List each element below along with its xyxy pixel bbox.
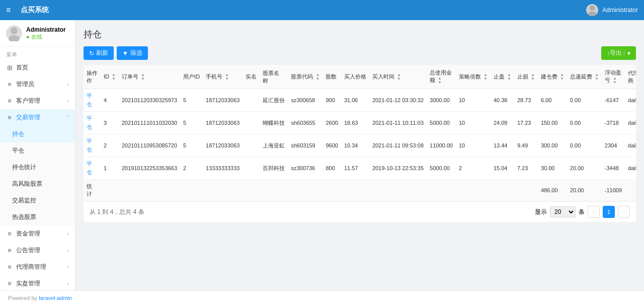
data-table: 操作作 ID ▲▼ 订单号 ▲▼ 用户ID 手机号 ▲▼ 实名 股票名称 股票代…	[84, 65, 636, 222]
sidebar-item-holding-stats[interactable]: 持仓统计	[0, 159, 75, 176]
ping-link[interactable]: 平	[87, 137, 98, 145]
per-page-suffix: 条	[579, 208, 585, 216]
row-take-profit: 24.09	[491, 112, 514, 134]
sidebar-item-holding[interactable]: 持仓	[0, 126, 75, 142]
page-title: 持仓	[84, 28, 636, 40]
row-buy-price: 11.57	[341, 157, 369, 180]
footer: Powered by laravel-admin	[0, 290, 644, 305]
row-stock-code: sh603655	[288, 112, 323, 134]
footer-float-pnl: -11009	[602, 180, 625, 201]
row-total-amount: 3000.00	[427, 89, 456, 112]
table-row: 平 仓 4 202101120330325973 5 18712033063 延…	[84, 89, 636, 112]
export-button[interactable]: ↑ 导出 ▾	[601, 46, 636, 60]
row-stop-loss: 9.49	[514, 134, 538, 157]
sidebar-item-diskpan[interactable]: ≡ 实盘管理 ›	[0, 275, 75, 290]
row-agent: daili	[625, 112, 636, 134]
sidebar-item-funds[interactable]: ≡ 资金管理 ›	[0, 225, 75, 242]
row-leverage: 10	[456, 134, 491, 157]
sidebar-item-label: 资金管理	[16, 230, 40, 238]
row-action: 平 仓	[84, 89, 101, 112]
export-dropdown-icon[interactable]: ▾	[624, 50, 630, 57]
sidebar-item-high-risk[interactable]: 高风险股票	[0, 176, 75, 192]
row-action: 平 仓	[84, 134, 101, 157]
row-action: 平 仓	[84, 157, 101, 180]
customer-icon: ≡	[6, 97, 13, 105]
sidebar-item-label: 高风险股票	[12, 180, 42, 188]
row-id: 3	[101, 112, 119, 134]
col-phone[interactable]: 手机号 ▲▼	[203, 65, 243, 89]
sidebar-item-label: 交易监控	[12, 196, 36, 205]
row-real-name	[243, 134, 260, 157]
chevron-right-icon: ›	[67, 248, 69, 253]
col-buy-price: 买入价格	[341, 65, 369, 89]
sidebar-item-trade[interactable]: ≡ 交易管理 ˅	[0, 109, 75, 126]
row-id: 1	[101, 157, 119, 180]
sidebar-item-label: 首页	[16, 63, 28, 72]
diskpan-icon: ≡	[6, 280, 13, 287]
row-buy-time: 2021-01-11 10:11:03	[369, 112, 427, 134]
row-order-no: 202101110953085720	[119, 134, 180, 157]
row-id: 2	[101, 134, 119, 157]
row-stock-code: sz300736	[288, 157, 323, 180]
chevron-down-icon: ˅	[66, 115, 69, 120]
filter-icon: ▼	[122, 50, 128, 57]
row-stock-code: sz300658	[288, 89, 323, 112]
row-phone: 18712033063	[203, 112, 243, 134]
row-stop-loss: 28.73	[514, 89, 538, 112]
topbar-right: Administrator	[586, 4, 638, 16]
row-shares: 900	[323, 89, 341, 112]
home-icon: ⊞	[6, 64, 13, 71]
sidebar-item-hot-stocks[interactable]: 热选股票	[0, 209, 75, 225]
sidebar-item-agent[interactable]: ≡ 代理商管理 ›	[0, 259, 75, 275]
col-user-id[interactable]: 用户ID	[180, 65, 203, 89]
menu-toggle-icon[interactable]: ≡	[6, 6, 11, 15]
sidebar-item-pingcang[interactable]: 平仓	[0, 142, 75, 159]
row-phone: 13333333333	[203, 157, 243, 180]
row-user-id: 5	[180, 89, 203, 112]
row-leverage: 10	[456, 112, 491, 134]
row-real-name	[243, 89, 260, 112]
sidebar-item-home[interactable]: ⊞ 首页	[0, 59, 75, 76]
row-buy-time: 2021-01-11 09:53:08	[369, 134, 427, 157]
sidebar-item-announcement[interactable]: ≡ 公告管理 ›	[0, 242, 75, 259]
cang-link[interactable]: 仓	[87, 101, 98, 108]
row-agent: daili	[625, 157, 636, 180]
filter-button[interactable]: ▼ 筛选	[117, 46, 148, 60]
sidebar-item-customer[interactable]: ≡ 客户管理 ›	[0, 93, 75, 109]
col-buy-time[interactable]: 买入时间 ▲▼	[369, 65, 427, 89]
col-agent: 代理商	[625, 65, 636, 89]
cang-link[interactable]: 仓	[87, 169, 98, 176]
table-header-row: 操作作 ID ▲▼ 订单号 ▲▼ 用户ID 手机号 ▲▼ 实名 股票名称 股票代…	[84, 65, 636, 89]
row-total-amount: 11000.00	[427, 134, 456, 157]
row-stock-name: 上海亚虹	[260, 134, 288, 157]
row-real-name	[243, 112, 260, 134]
ping-link[interactable]: 平	[87, 160, 98, 168]
layout: Administrator ● 在线 菜单 ⊞ 首页 ≡ 管理员 › ≡ 客户管…	[0, 20, 644, 290]
footer-link[interactable]: laravel-admin	[39, 295, 72, 301]
topbar-left: ≡ 点买系统	[6, 6, 49, 15]
sidebar-user-info: Administrator ● 在线	[26, 26, 66, 41]
prev-page-button[interactable]: ‹	[588, 206, 600, 218]
ping-link[interactable]: 平	[87, 92, 98, 100]
refresh-button[interactable]: ↻ 刷新	[84, 46, 114, 60]
cang-link[interactable]: 仓	[87, 146, 98, 154]
next-page-button[interactable]: ›	[618, 206, 630, 218]
cang-link[interactable]: 仓	[87, 123, 98, 131]
col-order-no[interactable]: 订单号 ▲▼	[119, 65, 180, 89]
sidebar-item-admin[interactable]: ≡ 管理员 ›	[0, 76, 75, 93]
row-float-pnl: -3448	[602, 157, 625, 180]
col-id[interactable]: ID ▲▼	[101, 65, 119, 89]
svg-point-3	[9, 35, 20, 41]
ping-link[interactable]: 平	[87, 115, 98, 122]
sidebar-item-label: 实盘管理	[16, 279, 40, 288]
row-leverage: 10	[456, 89, 491, 112]
row-take-profit: 15.04	[491, 157, 514, 180]
page-1-button[interactable]: 1	[603, 206, 615, 218]
row-order-no: 201910132253353663	[119, 157, 180, 180]
row-buy-time: 2021-01-12 03:30:32	[369, 89, 427, 112]
sidebar-item-trade-monitor[interactable]: 交易监控	[0, 192, 75, 209]
row-open-fee: 150.00	[538, 112, 567, 134]
col-float-pnl: 浮动盈亏 ▲▼	[602, 65, 625, 89]
page-size-select[interactable]: 20 50 100	[550, 206, 576, 217]
toolbar-right: ↑ 导出 ▾	[601, 46, 636, 60]
